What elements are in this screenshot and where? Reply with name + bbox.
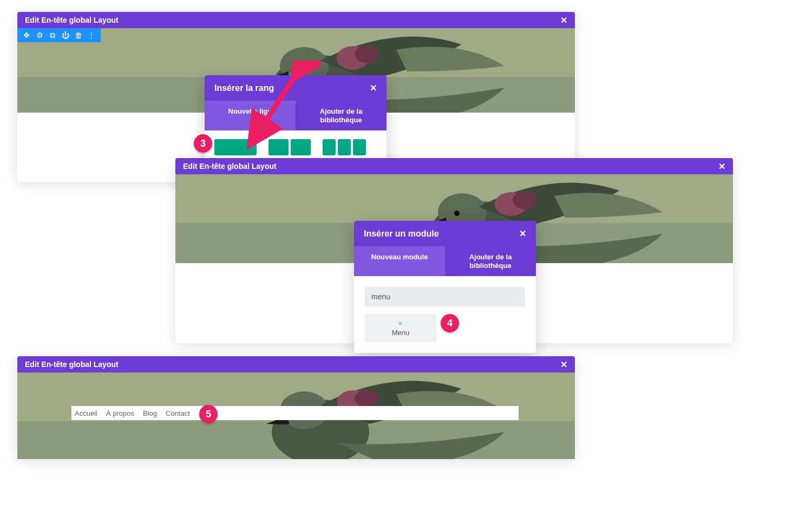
trash-icon[interactable]: 🗑 [75, 31, 82, 39]
layout-3col[interactable] [323, 139, 366, 155]
popup-tabs: Nouvelle lign Ajouter de la bibliothèque [205, 101, 387, 130]
nav-item-blog[interactable]: Blog [143, 409, 157, 417]
duplicate-icon[interactable]: ⧉ [49, 31, 56, 39]
module-label: Menu [369, 329, 432, 337]
tab-add-library[interactable]: Ajouter de la bibliothèque [296, 101, 387, 130]
hero-area: Accueil À propos Blog Contact [17, 372, 575, 459]
popup-header[interactable]: Insérer la rang ✕ [205, 75, 387, 101]
tab-add-library[interactable]: Ajouter de la bibliothèque [445, 246, 536, 276]
panel-step-4: Edit En-tête global Layout ✕ Insérer un … [175, 158, 733, 343]
panel-title: Edit En-tête global Layout [25, 16, 119, 24]
nav-item-accueil[interactable]: Accueil [75, 409, 97, 417]
close-icon[interactable]: ✕ [718, 161, 725, 172]
gear-icon[interactable]: ⚙ [36, 31, 43, 39]
step-badge-4: 4 [441, 314, 459, 332]
layout-1col[interactable] [214, 139, 257, 155]
module-option-menu[interactable]: ≡ Menu [365, 314, 436, 342]
popup-header[interactable]: Insérer un module ✕ [354, 221, 536, 246]
tab-new-module[interactable]: Nouveau module [354, 246, 445, 276]
more-icon[interactable]: ⋮ [88, 31, 95, 39]
section-toolbar[interactable]: ✥ ⚙ ⧉ ⏻ 🗑 ⋮ [17, 28, 101, 42]
tab-new-row[interactable]: Nouvelle lign [205, 101, 296, 130]
panel-step-5: Edit En-tête global Layout ✕ Accueil À p… [17, 356, 575, 459]
module-search-input[interactable] [365, 287, 525, 306]
close-icon[interactable]: ✕ [560, 359, 567, 370]
panel-step-3: Edit En-tête global Layout ✕ ✥ ⚙ ⧉ ⏻ 🗑 ⋮… [17, 12, 575, 182]
nav-menu: Accueil À propos Blog Contact [71, 406, 519, 420]
close-icon[interactable]: ✕ [519, 228, 526, 239]
close-icon[interactable]: ✕ [370, 83, 377, 93]
power-icon[interactable]: ⏻ [62, 31, 69, 39]
row-layout-options [214, 139, 377, 155]
nav-item-apropos[interactable]: À propos [106, 409, 134, 417]
panel-header[interactable]: Edit En-tête global Layout ✕ [17, 356, 575, 372]
panel-header[interactable]: Edit En-tête global Layout ✕ [175, 158, 733, 174]
nav-item-contact[interactable]: Contact [166, 409, 190, 417]
panel-header[interactable]: Edit En-tête global Layout ✕ [17, 12, 575, 28]
popup-title: Insérer un module [364, 229, 439, 239]
popup-title: Insérer la rang [214, 83, 274, 93]
popup-tabs: Nouveau module Ajouter de la bibliothèqu… [354, 246, 536, 276]
panel-title: Edit En-tête global Layout [183, 162, 277, 171]
step-badge-3: 3 [194, 134, 212, 153]
insert-row-popup: Insérer la rang ✕ Nouvelle lign Ajouter … [205, 75, 387, 163]
panel-title: Edit En-tête global Layout [25, 360, 119, 369]
insert-module-popup: Insérer un module ✕ Nouveau module Ajout… [354, 221, 536, 353]
layout-2col[interactable] [269, 139, 311, 155]
close-icon[interactable]: ✕ [560, 15, 567, 25]
move-icon[interactable]: ✥ [23, 31, 30, 39]
step-badge-5: 5 [199, 405, 218, 423]
menu-icon: ≡ [369, 320, 432, 326]
